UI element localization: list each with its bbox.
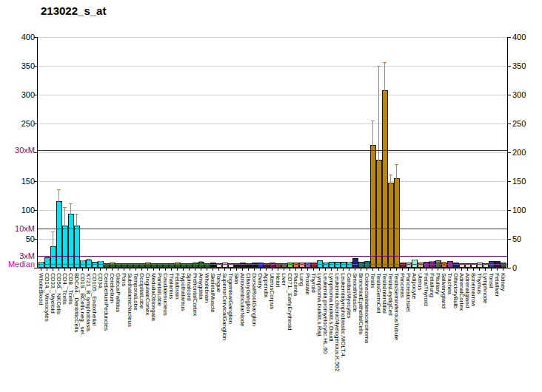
x-axis-tick <box>100 268 101 271</box>
reference-line-10xm <box>38 229 507 229</box>
x-axis-category-label: Spinalcord <box>186 273 192 301</box>
bar <box>382 90 388 268</box>
x-axis-category-label: TrigeminalGanglion <box>227 273 233 324</box>
x-axis-tick <box>384 268 385 271</box>
x-axis-tick <box>420 268 421 271</box>
x-axis-category-label: UterusCorpus <box>269 273 275 309</box>
x-axis-category-label: Trachea <box>446 273 452 294</box>
x-axis-tick <box>295 268 296 271</box>
x-axis-tick <box>396 268 397 271</box>
x-axis-category-label: Leukemialymphoblastic.MOLT.4. <box>340 273 346 358</box>
y-axis-label-left: 150 <box>4 177 35 186</box>
error-bar-cap <box>98 261 102 262</box>
x-axis-tick <box>272 268 272 271</box>
error-bar-cap <box>347 262 351 263</box>
x-axis-category-label: SubthalamicNucleus <box>127 273 133 327</box>
bar <box>329 262 335 268</box>
x-axis-tick <box>76 268 77 271</box>
x-axis-tick <box>278 268 278 271</box>
x-axis-tick <box>70 268 71 271</box>
x-axis-tick <box>503 268 503 271</box>
bar <box>376 160 382 268</box>
y-axis-label-right: 100 <box>512 206 542 214</box>
x-axis-tick <box>390 268 391 271</box>
x-axis-tick <box>319 268 320 271</box>
bar <box>74 226 80 268</box>
bar <box>68 214 74 268</box>
x-axis-category-label: TestisInterstitial <box>381 273 387 314</box>
x-axis-category-label: CD19._BCells.neg._sel.. <box>79 273 85 337</box>
x-axis-category-label: X721_B_lymphoblasts <box>85 273 91 332</box>
x-axis-category-label: TestisLeydigCell <box>387 273 393 316</box>
y-axis-tick-right <box>508 95 511 95</box>
x-axis-tick <box>343 268 344 271</box>
x-axis-category-label: GlobusPallidus <box>115 273 121 312</box>
error-bar <box>64 207 65 227</box>
y-axis-tick-right <box>508 210 511 211</box>
x-axis-category-label: Tonsil <box>488 273 494 288</box>
bar <box>335 262 341 268</box>
x-axis-category-label: SkeletalMuscle <box>210 273 215 313</box>
x-axis-tick <box>449 268 450 271</box>
y-axis-tick-right <box>508 152 511 153</box>
x-axis-tick <box>444 268 444 271</box>
x-axis-category-label: TestisSeminiferousTubule <box>393 273 399 340</box>
x-axis-tick <box>290 268 290 271</box>
gridline <box>38 181 507 182</box>
x-axis-category-label: Lymphoma.burkitt.s.Daudi. <box>328 273 334 343</box>
x-axis-tick <box>402 268 403 271</box>
error-bar-cap <box>371 121 375 121</box>
y-axis-label-right: 200 <box>512 148 542 157</box>
x-axis-tick <box>266 268 267 271</box>
x-axis-tick <box>426 268 426 271</box>
x-axis-tick <box>64 268 65 271</box>
x-axis-tick <box>248 268 249 271</box>
x-axis-tick <box>438 268 438 271</box>
x-axis-category-label: Salivarygland <box>441 273 446 308</box>
y-axis-label-left: 50 <box>4 234 35 243</box>
y-axis-tick-right <box>508 124 511 124</box>
x-axis-tick <box>361 268 361 271</box>
x-axis-category-label: Appendix <box>263 273 269 297</box>
y-axis-label-left: 100 <box>4 206 35 214</box>
gridline <box>38 210 507 211</box>
error-bar <box>372 121 373 146</box>
x-axis-tick <box>106 268 107 271</box>
x-axis-category-label: Thyroid <box>310 273 316 293</box>
x-axis-category-label: WholeBlood <box>38 273 44 305</box>
reference-line-30xm <box>38 150 507 151</box>
x-axis-tick <box>218 268 219 271</box>
x-axis-category-label: DorsalRootGanglion <box>251 273 257 326</box>
x-axis-category-label: Wholebrain <box>204 273 210 303</box>
x-axis-tick <box>147 268 148 271</box>
bar <box>56 201 62 268</box>
x-axis-tick <box>372 268 373 271</box>
x-axis-category-label: CD105._Endothelial <box>91 273 97 325</box>
error-bar <box>384 62 385 92</box>
x-axis-tick <box>171 268 172 271</box>
reference-line-label: Median <box>2 260 35 268</box>
gridline <box>38 66 507 67</box>
x-axis-tick <box>41 268 41 271</box>
reference-line-3xm <box>38 256 507 257</box>
x-axis-tick <box>491 268 492 271</box>
x-axis-category-label: Fetalliver <box>494 273 500 297</box>
x-axis-tick <box>473 268 474 271</box>
x-axis-tick <box>183 268 184 271</box>
x-axis-tick <box>432 268 432 271</box>
error-bar-cap <box>383 62 387 63</box>
x-axis-category-label: CD33._Myeloid <box>50 273 56 314</box>
x-axis-category-label: Amygdala <box>198 273 204 300</box>
x-axis-tick <box>136 268 136 271</box>
bar <box>62 226 68 268</box>
x-axis-tick <box>461 268 462 271</box>
x-axis-category-label: Placenta <box>292 273 298 296</box>
x-axis-tick <box>201 268 201 271</box>
error-bar-cap <box>51 232 55 232</box>
error-bar-cap <box>57 189 61 190</box>
x-axis-tick <box>159 268 160 271</box>
bar <box>388 183 394 268</box>
error-bar-cap <box>75 214 78 214</box>
x-axis-category-label: BronchialEpithelialCells <box>358 273 364 335</box>
x-axis-category-label: OccipitalLobe <box>138 273 144 308</box>
